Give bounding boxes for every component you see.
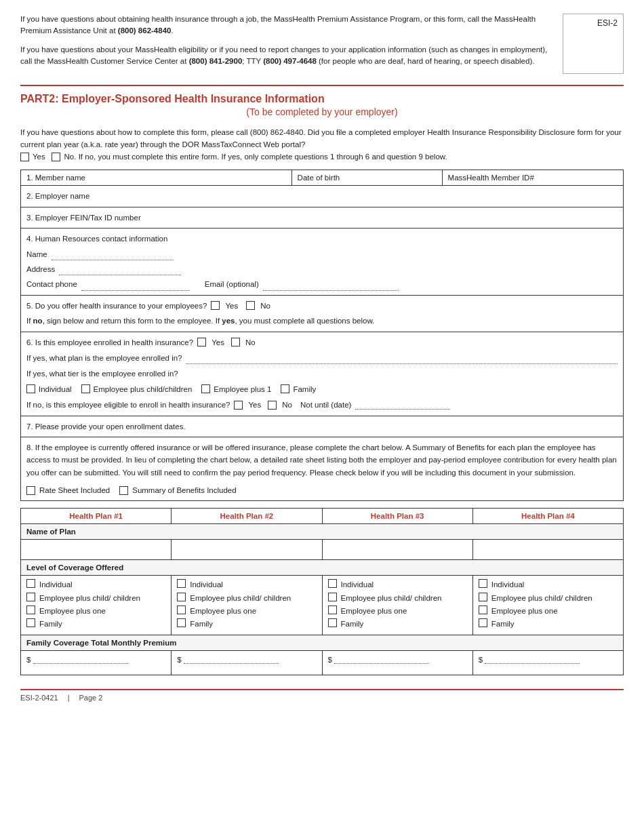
q4-row: 4. Human Resources contact information N… xyxy=(21,229,623,296)
q4-email-input[interactable] xyxy=(263,281,399,291)
hp2-individual-cb[interactable] xyxy=(177,579,186,588)
hp3-individual-cb[interactable] xyxy=(328,579,337,588)
hp2-header: Health Plan #2 xyxy=(172,509,322,524)
q6-no-checkbox[interactable] xyxy=(231,338,240,346)
q4-address-input[interactable] xyxy=(59,266,181,275)
intro-text: If you have questions about how to compl… xyxy=(20,127,624,163)
q6-individual-checkbox[interactable] xyxy=(26,384,35,393)
q1-row: 1. Member name Date of birth MassHealth … xyxy=(21,170,623,186)
hp1-name-input[interactable] xyxy=(21,540,172,560)
form-sections: 1. Member name Date of birth MassHealth … xyxy=(20,170,624,501)
hp3-emp-one-cb[interactable] xyxy=(328,605,337,614)
hp1-dollar-cell: $ xyxy=(21,650,172,675)
q8-text: 8. If the employee is currently offered … xyxy=(26,441,618,479)
hp4-dollar-cell: $ xyxy=(472,650,623,675)
hp3-name-input[interactable] xyxy=(322,540,472,560)
q5-yes-checkbox[interactable] xyxy=(211,301,220,310)
q2-row: 2. Employer name xyxy=(21,186,623,207)
q6-row: 6. Is this employee enrolled in health i… xyxy=(21,332,623,416)
q6-emp1-checkbox[interactable] xyxy=(201,384,210,393)
level-coverage-label: Level of Coverage Offered xyxy=(21,560,624,576)
hp4-emp-child-cb[interactable] xyxy=(479,593,487,601)
no-checkbox[interactable] xyxy=(52,153,60,161)
hp4-individual-cb[interactable] xyxy=(479,579,487,588)
hp2-dollar-cell: $ xyxy=(172,650,322,675)
q6-family-checkbox[interactable] xyxy=(281,384,289,393)
family-coverage-label: Family Coverage Total Monthly Premium xyxy=(21,635,624,650)
hp3-header: Health Plan #3 xyxy=(322,509,472,524)
hp1-family-cb[interactable] xyxy=(26,618,35,627)
q6-not-until-input[interactable] xyxy=(355,400,450,410)
header-section: If you have questions about obtaining he… xyxy=(20,14,624,74)
q1-member-name: 1. Member name xyxy=(21,170,292,185)
q4-name-label: Name xyxy=(26,248,47,260)
esi-id: ESI-2 xyxy=(597,18,618,28)
hp1-emp-one-cb[interactable] xyxy=(26,605,35,614)
part-title: PART2: Employer-Sponsored Health Insuran… xyxy=(20,93,624,105)
name-of-plan-label: Name of Plan xyxy=(21,524,624,540)
hp4-emp-one-cb[interactable] xyxy=(479,605,487,614)
hp1-emp-child-cb[interactable] xyxy=(26,593,35,601)
hp1-coverage: Individual Employee plus child/ children… xyxy=(21,576,172,635)
q1-member-id: MassHealth Member ID# xyxy=(443,170,623,185)
q6-elig-yes-checkbox[interactable] xyxy=(234,401,243,410)
q6-elig-no-checkbox[interactable] xyxy=(268,401,277,410)
header-para1: If you have questions about obtaining he… xyxy=(20,14,556,37)
q4-phone-input[interactable] xyxy=(81,281,190,291)
hp2-dollar-input[interactable] xyxy=(184,654,279,664)
q6-plan-input[interactable] xyxy=(186,355,618,364)
esi-box: ESI-2 xyxy=(563,14,624,74)
red-divider xyxy=(20,85,624,86)
hp2-emp-child-cb[interactable] xyxy=(177,593,186,601)
q4-title: 4. Human Resources contact information xyxy=(26,233,618,245)
health-plan-table: Health Plan #1 Health Plan #2 Health Pla… xyxy=(20,508,624,675)
footer-separator: | xyxy=(68,694,70,702)
q3-row: 3. Employer FEIN/Tax ID number xyxy=(21,207,623,229)
q4-phone-label: Contact phone xyxy=(26,278,77,290)
q6-emp-child-checkbox[interactable] xyxy=(81,384,90,393)
hp3-family-cb[interactable] xyxy=(328,618,337,627)
footer-bar: ESI-2-0421 | Page 2 xyxy=(20,689,624,702)
q4-name-input[interactable] xyxy=(52,251,174,260)
hp3-dollar-input[interactable] xyxy=(334,654,429,664)
hp4-name-input[interactable] xyxy=(472,540,623,560)
q7-row: 7. Please provide your open enrollment d… xyxy=(21,416,623,437)
yes-checkbox[interactable] xyxy=(20,153,29,161)
hp2-coverage: Individual Employee plus child/ children… xyxy=(172,576,322,635)
hp4-family-cb[interactable] xyxy=(479,618,487,627)
hp4-dollar-input[interactable] xyxy=(485,654,580,664)
header-text: If you have questions about obtaining he… xyxy=(20,14,556,74)
page-wrapper: If you have questions about obtaining he… xyxy=(0,0,644,834)
q4-address-label: Address xyxy=(26,263,55,275)
hp3-dollar-cell: $ xyxy=(322,650,472,675)
hp1-header: Health Plan #1 xyxy=(21,509,172,524)
summary-checkbox[interactable] xyxy=(119,486,128,495)
part-subtitle: (To be completed by your employer) xyxy=(20,106,624,117)
q5-no-checkbox[interactable] xyxy=(246,301,255,310)
footer-id: ESI-2-0421 xyxy=(20,694,58,702)
q6-yes-checkbox[interactable] xyxy=(197,338,206,346)
hp2-emp-one-cb[interactable] xyxy=(177,605,186,614)
header-para2: If you have questions about your MassHea… xyxy=(20,44,556,68)
q4-email-label: Email (optional) xyxy=(205,278,259,290)
hp4-coverage: Individual Employee plus child/ children… xyxy=(472,576,623,635)
footer-page: Page 2 xyxy=(79,694,103,702)
hp3-emp-child-cb[interactable] xyxy=(328,593,337,601)
hp1-dollar-input[interactable] xyxy=(33,654,128,664)
hp2-name-input[interactable] xyxy=(172,540,322,560)
q5-row: 5. Do you offer health insurance to your… xyxy=(21,296,623,332)
hp4-header: Health Plan #4 xyxy=(472,509,623,524)
rate-sheet-checkbox[interactable] xyxy=(26,486,35,495)
hp1-individual-cb[interactable] xyxy=(26,579,35,588)
hp2-family-cb[interactable] xyxy=(177,618,186,627)
q8-row: 8. If the employee is currently offered … xyxy=(21,437,623,501)
q1-dob: Date of birth xyxy=(292,170,443,185)
hp3-coverage: Individual Employee plus child/ children… xyxy=(322,576,472,635)
